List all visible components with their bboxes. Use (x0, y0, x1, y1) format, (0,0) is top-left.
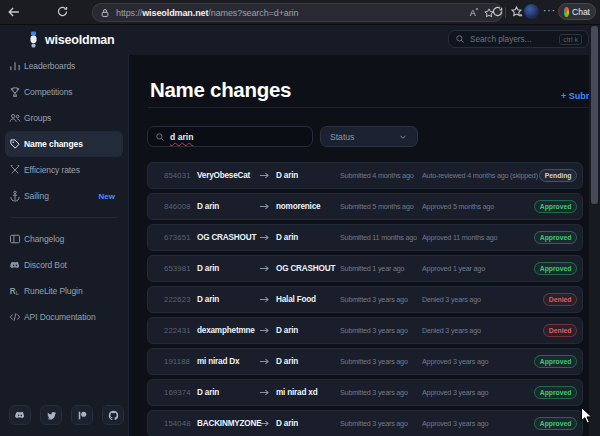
namechange-search-input[interactable]: d arin (147, 126, 313, 147)
bar-chart-icon (9, 60, 21, 72)
sidebar-item-label: Groups (24, 113, 51, 123)
status-badge: Denied (543, 293, 577, 306)
browser-toolbar: https://wiseoldman.net/names?search=d+ar… (0, 0, 600, 25)
search-icon (155, 132, 165, 142)
namechange-list: 854031VeryObeseCatD arinSubmitted 4 mont… (147, 162, 583, 436)
status-label: Status (330, 132, 398, 142)
namechange-id: 846008 (164, 202, 197, 211)
review-note: Denied 3 years ago (422, 295, 543, 304)
sidebar: LeaderboardsCompetitionsGroupsName chang… (0, 55, 129, 436)
review-note: Denied 3 years ago (422, 326, 543, 335)
new-name: D arin (276, 233, 340, 242)
old-name: D arin (197, 202, 259, 211)
sidebar-primary-nav: LeaderboardsCompetitionsGroupsName chang… (0, 53, 128, 209)
sidebar-item-label: Sailing (24, 191, 49, 201)
arrow-right-icon (259, 295, 276, 304)
table-row[interactable]: 222623D arinHalal FoodSubmitted 3 years … (147, 286, 583, 313)
patreon-link[interactable] (71, 405, 93, 425)
browser-menu-icon[interactable]: ··· (543, 5, 556, 16)
status-badge: Approved (534, 200, 577, 213)
chat-label: Chat (572, 7, 590, 17)
shortcut-hint: ctrl k (559, 34, 582, 45)
review-note: Approved 3 years ago (422, 357, 534, 366)
people-icon (9, 112, 21, 124)
toolbar-divider (505, 7, 506, 18)
old-name: D arin (197, 264, 259, 273)
back-button[interactable] (7, 5, 21, 19)
table-row[interactable]: 653981D arinOG CRASHOUTSubmitted 1 year … (147, 255, 583, 282)
status-filter-dropdown[interactable]: Status (320, 126, 418, 147)
sidebar-item-groups[interactable]: Groups (5, 105, 123, 131)
twitter-link[interactable] (40, 405, 62, 425)
new-name: OG CRASHOUT (276, 264, 340, 273)
wiseoldman-logo-icon (28, 31, 39, 48)
new-name: Halal Food (276, 295, 340, 304)
namechange-id: 169374 (164, 388, 197, 397)
sidebar-social (9, 405, 124, 425)
table-row[interactable]: 854031VeryObeseCatD arinSubmitted 4 mont… (147, 162, 583, 189)
table-row[interactable]: 169374D arinmi nirad xdSubmitted 3 years… (147, 379, 583, 406)
sidebar-item-efficiency-rates[interactable]: Efficiency rates (5, 157, 123, 183)
arrow-right-icon (259, 202, 276, 211)
review-note: Approved 3 years ago (422, 419, 534, 428)
arrow-right-icon (259, 388, 276, 397)
sidebar-item-sailing[interactable]: SailingNew (5, 183, 123, 209)
table-row[interactable]: 191188mi nirad DxD arinSubmitted 3 years… (147, 348, 583, 375)
extensions-icon[interactable] (491, 5, 504, 18)
sidebar-item-label: Changelog (24, 234, 64, 244)
status-badge: Approved (534, 355, 577, 368)
discord-icon (14, 409, 26, 421)
favorites-bar-icon[interactable] (510, 5, 523, 18)
submitted-time: Submitted 3 years ago (340, 326, 422, 335)
arrow-right-icon (259, 171, 276, 180)
player-search-placeholder: Search players... (470, 35, 559, 44)
namechange-id: 222623 (164, 295, 197, 304)
profile-avatar[interactable] (524, 4, 539, 19)
sidebar-secondary-nav: ChangelogDiscord BotRLRuneLite PluginAPI… (0, 226, 128, 330)
brand[interactable]: wiseoldman (28, 31, 115, 48)
status-badge: Approved (534, 386, 577, 399)
table-row[interactable]: 846008D arinnomoreniceSubmitted 5 months… (147, 193, 583, 220)
read-aloud-icon[interactable]: Aᵃ (470, 7, 478, 18)
status-badge: Pending (539, 169, 577, 182)
table-row[interactable]: 222431dexamphetmneD arinSubmitted 3 year… (147, 317, 583, 344)
main-content: Name changes + Subm d arin Status 854031… (129, 55, 600, 436)
brand-name: wiseoldman (45, 33, 115, 47)
anchor-icon (9, 190, 21, 202)
namechange-id: 673651 (164, 233, 197, 242)
sidebar-item-label: API Documentation (24, 312, 96, 322)
sidebar-item-label: Name changes (24, 139, 83, 149)
sidebar-item-api-documentation[interactable]: API Documentation (5, 304, 123, 330)
sidebar-item-name-changes[interactable]: Name changes (5, 131, 123, 157)
chat-button[interactable]: Chat (558, 3, 596, 20)
sidebar-item-discord-bot[interactable]: Discord Bot (5, 252, 123, 278)
review-note: Approved 3 years ago (422, 388, 534, 397)
new-name: mi nirad xd (276, 388, 340, 397)
status-badge: Approved (534, 231, 577, 244)
player-search[interactable]: Search players... ctrl k (448, 30, 589, 48)
runelite-icon: RL (9, 285, 21, 297)
address-bar[interactable]: https://wiseoldman.net/names?search=d+ar… (92, 3, 503, 22)
table-row[interactable]: 673651OG CRASHOUTD arinSubmitted 11 mont… (147, 224, 583, 251)
sidebar-item-label: Discord Bot (24, 260, 67, 270)
namechange-id: 653981 (164, 264, 197, 273)
sidebar-item-competitions[interactable]: Competitions (5, 79, 123, 105)
search-value: d arin (170, 132, 193, 142)
discord-icon (9, 259, 21, 271)
namechange-id: 191188 (164, 357, 197, 366)
github-link[interactable] (102, 405, 124, 425)
refresh-button[interactable] (56, 5, 69, 18)
old-name: D arin (197, 388, 259, 397)
status-badge: Denied (543, 324, 577, 337)
table-row[interactable]: 154048BACKINMYZONED arinSubmitted 3 year… (147, 410, 583, 436)
sidebar-item-runelite-plugin[interactable]: RLRuneLite Plugin (5, 278, 123, 304)
sidebar-item-changelog[interactable]: Changelog (5, 226, 123, 252)
copilot-icon (564, 7, 569, 17)
scrollbar[interactable] (589, 24, 600, 436)
tools-icon (9, 164, 21, 176)
code-icon (9, 311, 21, 323)
scrollbar-thumb[interactable] (591, 26, 598, 204)
discord-link[interactable] (9, 405, 31, 425)
sidebar-item-leaderboards[interactable]: Leaderboards (5, 53, 123, 79)
submitted-time: Submitted 1 year ago (340, 264, 422, 273)
